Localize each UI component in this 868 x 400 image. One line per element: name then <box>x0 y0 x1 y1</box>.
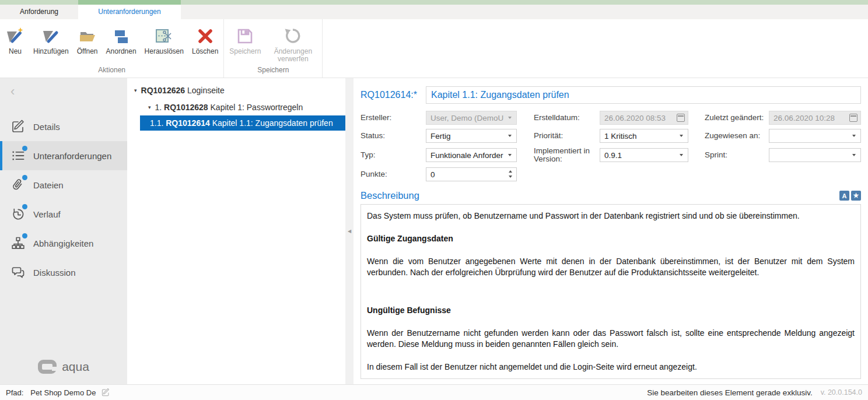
ribbon-buttons: Speichern Änderungen verwerfen <box>225 19 321 66</box>
anordnen-button[interactable]: Anordnen <box>102 26 141 55</box>
sidebar-item-unteranforderungen[interactable]: Unteranforderungen <box>0 141 127 170</box>
oeffnen-button[interactable]: Öffnen <box>73 26 102 55</box>
spinner-arrows-icon[interactable] <box>509 170 512 178</box>
sidebar-nav: Details Unteranforder <box>0 112 127 287</box>
top-accent-strip <box>0 0 868 5</box>
arrange-icon <box>111 26 131 47</box>
new-wizard-icon <box>5 26 25 47</box>
title-input[interactable] <box>426 86 861 104</box>
ribbon-group-label-aktionen: Aktionen <box>1 66 222 78</box>
tab-anforderung[interactable]: Anforderung <box>0 5 78 19</box>
expander-icon[interactable] <box>134 87 137 93</box>
calendar-icon <box>677 114 685 122</box>
aenderungen-verwerfen-button[interactable]: Änderungen verwerfen <box>265 26 321 63</box>
tree-item-passwortregeln[interactable]: 1. RQ1012628 Kapitel 1: Passwortregeln <box>127 99 345 115</box>
open-folder-icon <box>78 26 97 47</box>
paperclip-icon <box>10 177 26 192</box>
punkte-stepper[interactable]: 0 <box>426 167 517 181</box>
sidebar-item-verlauf[interactable]: Verlauf <box>0 199 127 229</box>
edit-path-icon[interactable] <box>101 388 110 397</box>
ersteller-select[interactable]: User, Demo (DemoUs ... <box>426 111 517 125</box>
status-bar: Pfad: Pet Shop Demo De Sie bearbeiten di… <box>0 384 868 400</box>
ribbon-buttons: Neu Hinzufügen <box>1 19 222 66</box>
beschreibung-title: Beschreibung <box>360 190 838 201</box>
collapse-arrow-icon[interactable] <box>348 229 351 234</box>
chevron-down-icon <box>680 154 683 156</box>
ribbon-group-aktionen: Neu Hinzufügen <box>0 19 224 78</box>
delete-x-icon <box>195 26 215 47</box>
sidebar-collapse-button[interactable] <box>10 85 22 98</box>
panel-splitter[interactable] <box>345 78 354 384</box>
typ-select[interactable]: Funktionale Anforder ... <box>426 148 517 162</box>
sidebar-item-label: Abhängigkeiten <box>33 238 93 248</box>
undo-icon <box>283 26 303 47</box>
ersteller-label: Ersteller: <box>360 114 426 122</box>
sidebar-item-details[interactable]: Details <box>0 112 127 141</box>
description-paragraph: Wenn die vom Benutzer angegebenen Werte … <box>367 256 855 278</box>
aqua-logo-text: aqua <box>62 360 89 374</box>
zuletzt-geaendert-field[interactable]: 26.06.2020 10:28 <box>769 111 861 125</box>
tree-item-loginseite[interactable]: RQ1012626 Loginseite <box>127 82 345 99</box>
chevron-down-icon <box>508 117 512 119</box>
translate-a-icon[interactable]: A <box>839 191 849 201</box>
version-label: v. 20.0.154.0 <box>821 388 862 397</box>
typ-label: Typ: <box>360 151 426 159</box>
expander-icon[interactable] <box>148 104 151 110</box>
sprint-select[interactable] <box>769 148 861 162</box>
sidebar-item-dateien[interactable]: Dateien <box>0 170 127 199</box>
history-icon <box>10 206 26 222</box>
description-editor[interactable]: Das System muss prüfen, ob Benutzername … <box>360 204 861 379</box>
translate-lang-icon[interactable]: ★ <box>851 191 861 201</box>
sidebar-item-diskussion[interactable]: Diskussion <box>0 258 127 287</box>
detach-scissors-icon <box>154 26 174 47</box>
list-icon <box>10 148 26 163</box>
main-area: Details Unteranforder <box>0 78 868 384</box>
notification-badge <box>22 233 27 238</box>
prioritaet-select[interactable]: 1 Kritisch <box>600 129 688 143</box>
sprint-label: Sprint: <box>688 151 769 159</box>
chevron-down-icon <box>508 154 512 156</box>
implementiert-in-version-label: Implementiert in Version: <box>517 147 600 163</box>
aqua-logo-icon <box>38 360 57 374</box>
requirements-tree: RQ1012626 Loginseite 1. RQ1012628 Kapite… <box>127 78 345 384</box>
notification-badge <box>22 146 27 151</box>
sidebar-item-label: Dateien <box>33 180 64 190</box>
description-paragraph: Wenn der Benutzername nicht gefunden wer… <box>367 328 855 350</box>
document-tab-bar: Anforderung Unteranforderungen <box>0 5 868 19</box>
notification-badge <box>22 204 27 209</box>
neu-button[interactable]: Neu <box>1 26 29 55</box>
sidebar-item-abhaengigkeiten[interactable]: Abhängigkeiten <box>0 229 127 258</box>
implementiert-in-version-select[interactable]: 0.9.1 <box>600 148 688 162</box>
loeschen-button[interactable]: Löschen <box>188 26 222 55</box>
status-right: Sie bearbeiten dieses Element gerade exk… <box>647 388 862 397</box>
neu-button-label: Neu <box>9 48 22 55</box>
zuletzt-geaendert-label: Zuletzt geändert: <box>688 114 769 122</box>
aenderungen-verwerfen-button-label: Änderungen verwerfen <box>269 48 317 63</box>
chevron-down-icon <box>852 154 856 156</box>
speichern-button[interactable]: Speichern <box>225 26 265 55</box>
form-header: RQ1012614:* <box>360 86 861 104</box>
status-select[interactable]: Fertig <box>426 129 517 143</box>
ribbon-toolbar: Neu Hinzufügen <box>0 19 868 78</box>
description-paragraph: In diesem Fall ist der Benutzer nicht an… <box>367 362 855 373</box>
description-heading: Ungültige Befugnisse <box>367 305 855 316</box>
tab-unteranforderungen[interactable]: Unteranforderungen <box>78 5 181 19</box>
description-header: Beschreibung A ★ <box>360 190 861 201</box>
tree-item-zugangsdaten-selected[interactable]: 1.1. RQ1012614 Kapitel 1.1: Zugangsdaten… <box>140 115 345 131</box>
zugewiesen-an-select[interactable] <box>769 129 861 143</box>
chevron-down-icon <box>852 135 856 137</box>
hinzufuegen-button[interactable]: Hinzufügen <box>29 26 73 55</box>
herausloesen-button[interactable]: Herauslösen <box>141 26 188 55</box>
hinzufuegen-button-label: Hinzufügen <box>33 48 69 55</box>
speichern-button-label: Speichern <box>229 48 261 55</box>
active-tab-accent <box>78 0 181 5</box>
sidebar-item-label: Diskussion <box>33 268 76 278</box>
hierarchy-icon <box>10 236 26 251</box>
aqua-logo: aqua <box>0 360 127 374</box>
herausloesen-button-label: Herauslösen <box>145 48 184 55</box>
erstelldatum-field[interactable]: 26.06.2020 08:53 <box>600 111 688 125</box>
sidebar-item-label: Details <box>33 122 60 132</box>
sidebar: Details Unteranforder <box>0 78 127 384</box>
erstelldatum-label: Erstelldatum: <box>517 114 600 122</box>
ribbon-group-speichern: Speichern Änderungen verwerfen Speichern <box>224 19 323 78</box>
